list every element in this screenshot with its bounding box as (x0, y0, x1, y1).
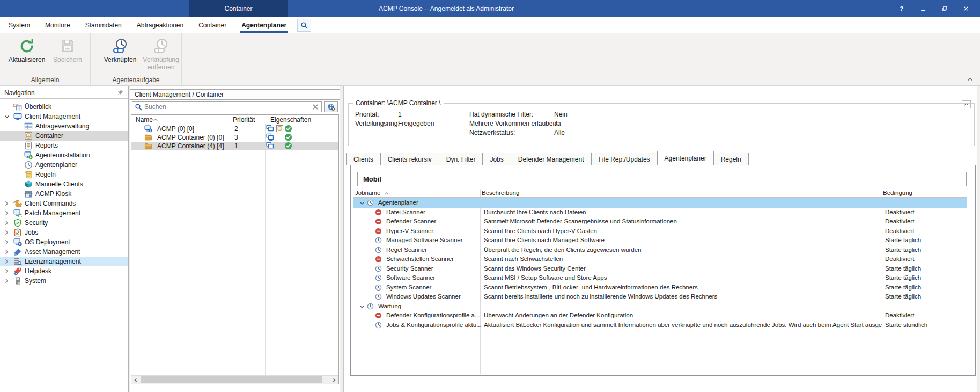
sidebar-item-lizenzmanagement[interactable]: Lizenzmanagement (0, 257, 128, 266)
job-row-managed-software-scanner[interactable]: Managed Software ScannerScannt Ihre Clie… (353, 236, 967, 245)
column-header-beschreibung[interactable]: Beschreibung (482, 190, 519, 196)
column-header-bedingung[interactable]: Bedingung (883, 190, 912, 196)
chevron-down-icon[interactable] (4, 114, 10, 119)
menu-item-stammdaten[interactable]: Stammdaten (78, 17, 129, 33)
scrollbar-thumb[interactable] (141, 376, 322, 383)
link-button[interactable]: Verknüpfen (100, 35, 141, 63)
job-condition: Starte täglich (885, 265, 921, 272)
dyn-filter-label: Hat dynamische Filter: (469, 111, 533, 118)
chevron-right-icon[interactable] (4, 278, 10, 284)
job-row-security-scanner[interactable]: Security ScannerScannt das Windows Secur… (353, 264, 967, 274)
sidebar-item-regeln[interactable]: Regeln (0, 170, 128, 179)
sidebar-item-security[interactable]: Security (0, 218, 128, 228)
container-row-acmp-container-0-0[interactable]: ACMP Container (0) [0]3 (131, 133, 338, 142)
tab-defender-management[interactable]: Defender Management (511, 153, 592, 165)
sidebar-item-system[interactable]: System (0, 276, 128, 286)
chevron-right-icon[interactable] (4, 220, 10, 226)
horizontal-scrollbar[interactable] (131, 375, 338, 384)
container-row-acmp-container-4-4[interactable]: ACMP Container (4) [4]1 (131, 142, 338, 150)
menu-item-container[interactable]: Container (191, 17, 234, 33)
job-row-defender-konfigurationsprofile-a[interactable]: Defender Konfigurationsprofile a...Überw… (353, 311, 967, 321)
sidebar-item-abfrageverwaltung[interactable]: Abfrageverwaltung (0, 121, 128, 131)
patch-management-icon (13, 209, 22, 217)
tab-regeln[interactable]: Regeln (713, 153, 749, 165)
sidebar-item-überblick[interactable]: Überblick (0, 102, 128, 112)
chevron-right-icon[interactable] (4, 210, 10, 216)
close-button[interactable] (955, 1, 977, 16)
tab-file-rep-updates[interactable]: File Rep./Updates (591, 153, 658, 165)
sidebar-item-asset-management[interactable]: Asset Management (0, 247, 128, 257)
job-row-datei-scanner[interactable]: Datei ScannerDurchsucht Ihre Clients nac… (353, 208, 967, 217)
column-header-jobname[interactable]: Jobname (355, 190, 380, 196)
sidebar-item-agentenplaner[interactable]: Agentenplaner (0, 160, 128, 170)
tab-jobs[interactable]: Jobs (482, 153, 511, 165)
job-row-software-scanner[interactable]: Software ScannerScannt MSI / Setup Softw… (353, 273, 967, 283)
chevron-right-icon[interactable] (4, 230, 10, 235)
manual-clients-icon (24, 180, 33, 188)
ribbon-collapse-button[interactable] (965, 76, 975, 83)
refresh-button[interactable]: Aktualisieren (6, 35, 47, 63)
chevron-down-icon[interactable] (359, 200, 365, 206)
column-header-prioritaet[interactable]: Priorität (233, 116, 255, 124)
tab-clients-rekursiv[interactable]: Clients rekursiv (380, 153, 439, 165)
chevron-right-icon[interactable] (4, 239, 10, 245)
job-row-windows-updates-scanner[interactable]: Windows Updates ScannerScannt bereits in… (353, 292, 967, 302)
tab-dyn-filter[interactable]: Dyn. Filter (439, 153, 483, 165)
sidebar-item-container[interactable]: Container (0, 131, 128, 141)
menu-search-button[interactable] (297, 19, 311, 32)
container-details-groupbox: Container: \ACMP Container \ Priorität: … (348, 103, 975, 146)
chevron-right-icon[interactable] (4, 268, 10, 274)
restore-button[interactable] (934, 1, 955, 16)
clock-icon (375, 265, 382, 272)
search-input[interactable] (144, 103, 312, 111)
clock-icon (375, 293, 382, 300)
sidebar-item-reports[interactable]: Reports (0, 141, 128, 150)
menu-item-agentenplaner[interactable]: Agentenplaner (234, 17, 294, 33)
sidebar-item-patch-management[interactable]: Patch Management (0, 208, 128, 218)
scroll-right-button[interactable] (330, 376, 338, 384)
navigation-panel: Navigation ÜberblickClient ManagementAbf… (0, 86, 129, 392)
netzwerkstatus-label: Netzwerkstatus: (469, 129, 515, 136)
sidebar-item-jobs[interactable]: Jobs (0, 228, 128, 237)
menu-item-abfrageaktionen[interactable]: Abfrageaktionen (129, 17, 191, 33)
column-header-name[interactable]: Name (136, 116, 153, 124)
job-row-regel-scanner[interactable]: Regel ScannerÜberprüft die Regeln, die d… (353, 245, 967, 255)
sidebar-item-os-deployment[interactable]: OS Deployment (0, 237, 128, 247)
tab-clients[interactable]: Clients (346, 153, 381, 165)
column-header-eigenschaften[interactable]: Eigenschaften (270, 116, 311, 124)
sidebar-item-client-commands[interactable]: Client Commands (0, 199, 128, 208)
help-button[interactable]: ? (891, 1, 912, 16)
job-group-row-wartung[interactable]: Wartung (353, 302, 967, 311)
minimize-button[interactable] (912, 1, 934, 16)
job-row-hyper-v-scanner[interactable]: Hyper-V ScannerScannt Ihre Clients nach … (353, 227, 967, 236)
unlink-button[interactable]: Verknüpfung entfernen (141, 35, 181, 71)
save-button[interactable]: Speichern (47, 35, 88, 63)
container-options-button[interactable] (324, 101, 338, 112)
menu-item-system[interactable]: System (1, 17, 38, 33)
job-row-defender-scanner[interactable]: Defender ScannerSammelt Microsoft Defend… (353, 217, 967, 227)
sidebar-item-acmp-kiosk[interactable]: ACMP Kiosk (0, 189, 128, 199)
clear-search-icon[interactable] (312, 103, 319, 111)
chevron-right-icon[interactable] (4, 249, 10, 255)
sidebar-item-label: Abfrageverwaltung (35, 122, 89, 130)
window-title: ACMP Console -- Angemeldet als Administr… (379, 0, 514, 17)
job-row-system-scanner[interactable]: System ScannerScannt Betriebssystem-, Bi… (353, 283, 967, 293)
chevron-right-icon[interactable] (4, 259, 10, 264)
job-row-jobs-konfigurationsprofile-aktu[interactable]: Jobs & Konfigurationsprofile aktu...Aktu… (353, 321, 967, 330)
sidebar-item-manuelle-clients[interactable]: Manuelle Clients (0, 179, 128, 189)
menu-item-monitore[interactable]: Monitore (38, 17, 78, 33)
tab-agentenplaner[interactable]: Agentenplaner (657, 151, 714, 165)
titlebar-context-tab[interactable]: Container (189, 0, 288, 17)
agent-installation-icon (24, 151, 33, 159)
container-row-acmp-0-0[interactable]: iACMP (0) [0]2 (131, 125, 338, 133)
job-row-schwachstellen-scanner[interactable]: Schwachstellen ScannerScannt nach Schwac… (353, 255, 967, 264)
sidebar-item-label: Asset Management (25, 248, 80, 256)
scroll-left-button[interactable] (131, 376, 140, 384)
chevron-right-icon[interactable] (4, 201, 10, 206)
sidebar-item-client-management[interactable]: Client Management (0, 112, 128, 121)
sidebar-item-agenteninstallation[interactable]: Agenteninstallation (0, 150, 128, 160)
pin-icon[interactable] (117, 89, 124, 96)
job-group-row-agentenplaner[interactable]: Agentenplaner (353, 198, 967, 208)
chevron-down-icon[interactable] (359, 304, 365, 309)
sidebar-item-helpdesk[interactable]: Helpdesk (0, 266, 128, 276)
